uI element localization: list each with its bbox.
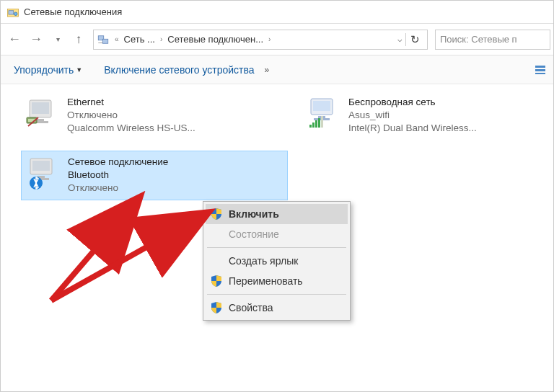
overflow-chevron-icon[interactable]: » — [265, 65, 270, 75]
svg-rect-10 — [37, 119, 44, 121]
menu-separator — [207, 294, 346, 295]
menu-create-shortcut[interactable]: Создать ярлык — [206, 251, 348, 271]
enable-device-label: Включение сетевого устройства — [104, 64, 254, 76]
items-view: Ethernet Отключено Qualcomm Wireless HS-… — [1, 84, 553, 391]
view-options-icon[interactable] — [535, 64, 546, 76]
wifi-icon — [307, 96, 341, 130]
title-bar: Сетевые подключения — [1, 1, 553, 24]
svg-rect-23 — [321, 116, 323, 128]
shield-icon — [210, 275, 223, 288]
connection-ssid: Asus_wifi — [348, 109, 477, 122]
svg-point-2 — [14, 12, 18, 16]
command-bar: Упорядочить ▼ Включение сетевого устройс… — [1, 55, 553, 84]
chevron-right-icon: › — [266, 35, 273, 43]
svg-rect-9 — [32, 102, 49, 114]
menu-enable[interactable]: Включить — [206, 204, 348, 224]
navigation-bar: ← → ▾ ↑ « Сеть ... › Сетевые подключен..… — [1, 24, 553, 55]
svg-rect-21 — [315, 120, 317, 128]
connection-name: Ethernet — [67, 96, 195, 109]
svg-line-30 — [51, 214, 206, 300]
chevron-right-icon: › — [158, 35, 164, 43]
bluetooth-disabled-icon — [26, 156, 61, 190]
menu-properties[interactable]: Свойства — [206, 298, 348, 318]
svg-line-29 — [51, 200, 138, 300]
menu-separator — [207, 247, 346, 248]
svg-rect-19 — [309, 125, 312, 128]
crumb-sep-icon: « — [113, 35, 121, 43]
address-bar[interactable]: « Сеть ... › Сетевые подключен... › ⌵ ↻ — [93, 30, 428, 50]
connection-device: Intel(R) Dual Band Wireless... — [348, 122, 477, 135]
up-button[interactable]: ↑ — [69, 30, 89, 50]
connection-name-line1: Сетевое подключение — [68, 156, 168, 169]
organize-menu[interactable]: Упорядочить ▼ — [8, 61, 88, 79]
svg-rect-16 — [313, 101, 330, 111]
svg-rect-7 — [535, 73, 545, 74]
forward-button[interactable]: → — [25, 29, 47, 50]
network-folder-icon — [6, 6, 19, 19]
menu-rename-label: Переименовать — [229, 275, 303, 287]
shield-icon — [210, 208, 223, 220]
ethernet-disabled-icon — [25, 96, 60, 130]
recent-dropdown[interactable]: ▾ — [47, 29, 69, 50]
svg-rect-22 — [318, 118, 320, 128]
connection-device: Qualcomm Wireless HS-US... — [67, 122, 195, 135]
shield-icon — [210, 301, 223, 314]
back-button[interactable]: ← — [4, 29, 25, 50]
organize-label: Упорядочить — [14, 64, 74, 76]
window-title: Сетевые подключения — [24, 6, 122, 17]
svg-rect-25 — [32, 161, 50, 171]
menu-status: Состояние — [206, 224, 348, 244]
search-placeholder: Поиск: Сетевые п — [440, 34, 517, 45]
connection-status: Отключено — [67, 109, 195, 122]
crumb-network[interactable]: Сеть ... — [121, 34, 158, 45]
menu-enable-label: Включить — [229, 208, 279, 220]
context-menu: Включить Состояние Создать ярлык Переиме… — [203, 201, 351, 321]
crumb-connections[interactable]: Сетевые подключен... — [164, 34, 266, 45]
svg-rect-5 — [535, 66, 545, 68]
svg-rect-20 — [312, 122, 315, 128]
connection-bluetooth[interactable]: Сетевое подключение Bluetooth Отключено — [21, 151, 288, 200]
enable-device-button[interactable]: Включение сетевого устройства — [98, 61, 260, 79]
svg-rect-6 — [535, 69, 545, 71]
connection-ethernet[interactable]: Ethernet Отключено Qualcomm Wireless HS-… — [21, 92, 288, 140]
search-input[interactable]: Поиск: Сетевые п — [435, 30, 550, 50]
path-icon — [97, 33, 110, 46]
refresh-button[interactable]: ↻ — [405, 33, 424, 46]
connection-name-line2: Bluetooth — [68, 169, 168, 182]
connection-wifi[interactable]: Беспроводная сеть Asus_wifi Intel(R) Dua… — [302, 92, 554, 140]
connection-name: Беспроводная сеть — [348, 96, 477, 109]
menu-rename[interactable]: Переименовать — [206, 271, 348, 291]
menu-status-label: Состояние — [229, 228, 279, 240]
connection-status: Отключено — [68, 182, 168, 195]
menu-shortcut-label: Создать ярлык — [229, 255, 298, 267]
menu-properties-label: Свойства — [229, 302, 273, 313]
svg-rect-4 — [102, 39, 108, 43]
chevron-down-icon: ▼ — [76, 66, 82, 74]
address-dropdown[interactable]: ⌵ — [395, 35, 405, 44]
svg-rect-1 — [9, 10, 14, 14]
